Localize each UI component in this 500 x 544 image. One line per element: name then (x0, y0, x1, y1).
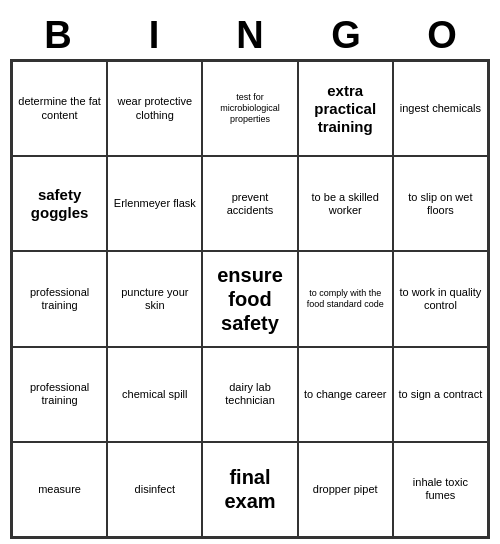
cell-text: professional training (17, 381, 102, 407)
cell-text: determine the fat content (17, 95, 102, 121)
bingo-cell: to work in quality control (393, 251, 488, 346)
cell-text: safety goggles (17, 186, 102, 222)
cell-text: to sign a contract (399, 388, 483, 401)
bingo-cell: dairy lab technician (202, 347, 297, 442)
cell-text: wear protective clothing (112, 95, 197, 121)
bingo-letter: N (202, 14, 298, 57)
bingo-cell: measure (12, 442, 107, 537)
bingo-cell: determine the fat content (12, 61, 107, 156)
cell-text: ensure food safety (207, 263, 292, 335)
bingo-cell: to change career (298, 347, 393, 442)
bingo-cell: disinfect (107, 442, 202, 537)
bingo-cell: to slip on wet floors (393, 156, 488, 251)
bingo-cell: inhale toxic fumes (393, 442, 488, 537)
cell-text: to be a skilled worker (303, 191, 388, 217)
bingo-cell: safety goggles (12, 156, 107, 251)
bingo-container: BINGO determine the fat contentwear prot… (10, 14, 490, 539)
cell-text: dairy lab technician (207, 381, 292, 407)
cell-text: dropper pipet (313, 483, 378, 496)
bingo-cell: wear protective clothing (107, 61, 202, 156)
bingo-cell: to comply with the food standard code (298, 251, 393, 346)
bingo-cell: to sign a contract (393, 347, 488, 442)
cell-text: chemical spill (122, 388, 187, 401)
cell-text: professional training (17, 286, 102, 312)
bingo-cell: test for microbiological properties (202, 61, 297, 156)
bingo-cell: ingest chemicals (393, 61, 488, 156)
cell-text: to work in quality control (398, 286, 483, 312)
cell-text: to change career (304, 388, 387, 401)
bingo-cell: prevent accidents (202, 156, 297, 251)
bingo-cell: Erlenmeyer flask (107, 156, 202, 251)
cell-text: measure (38, 483, 81, 496)
bingo-letter: G (298, 14, 394, 57)
cell-text: to slip on wet floors (398, 191, 483, 217)
cell-text: inhale toxic fumes (398, 476, 483, 502)
cell-text: disinfect (135, 483, 175, 496)
cell-text: puncture your skin (112, 286, 197, 312)
bingo-letter: O (394, 14, 490, 57)
cell-text: test for microbiological properties (207, 92, 292, 124)
bingo-letter: I (106, 14, 202, 57)
cell-text: ingest chemicals (400, 102, 481, 115)
bingo-cell: to be a skilled worker (298, 156, 393, 251)
bingo-cell: puncture your skin (107, 251, 202, 346)
bingo-cell: final exam (202, 442, 297, 537)
cell-text: final exam (207, 465, 292, 513)
bingo-cell: professional training (12, 347, 107, 442)
letter-row: BINGO (10, 14, 490, 57)
cell-text: extra practical training (303, 82, 388, 136)
cell-text: prevent accidents (207, 191, 292, 217)
bingo-cell: extra practical training (298, 61, 393, 156)
bingo-cell: ensure food safety (202, 251, 297, 346)
cell-text: Erlenmeyer flask (114, 197, 196, 210)
bingo-cell: dropper pipet (298, 442, 393, 537)
bingo-cell: chemical spill (107, 347, 202, 442)
bingo-cell: professional training (12, 251, 107, 346)
cell-text: to comply with the food standard code (303, 288, 388, 310)
bingo-grid: determine the fat contentwear protective… (10, 59, 490, 539)
bingo-letter: B (10, 14, 106, 57)
